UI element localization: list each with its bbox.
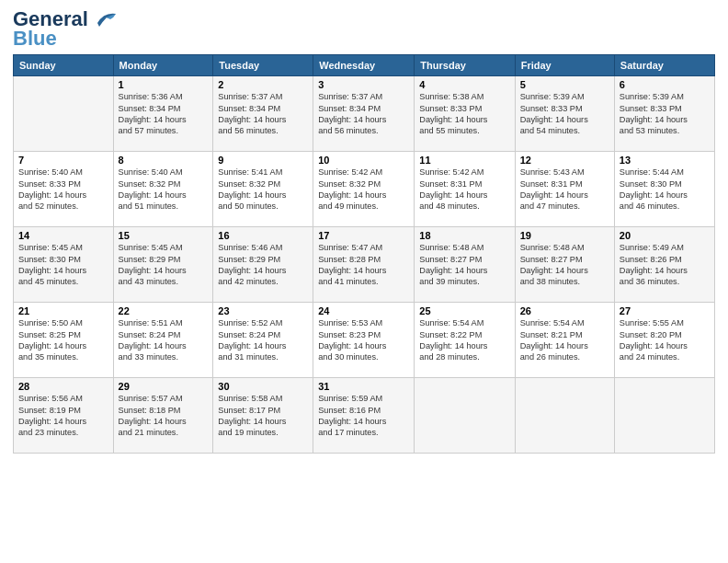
day-info: Sunrise: 5:37 AM Sunset: 8:34 PM Dayligh…: [218, 91, 308, 137]
day-info: Sunrise: 5:45 AM Sunset: 8:30 PM Dayligh…: [18, 242, 108, 288]
weekday-header-sunday: Sunday: [14, 55, 114, 76]
day-number: 2: [218, 79, 308, 90]
calendar-cell: 31Sunrise: 5:59 AM Sunset: 8:16 PM Dayli…: [313, 378, 415, 454]
calendar-cell: 30Sunrise: 5:58 AM Sunset: 8:17 PM Dayli…: [213, 378, 313, 454]
day-info: Sunrise: 5:40 AM Sunset: 8:33 PM Dayligh…: [18, 167, 108, 213]
day-info: Sunrise: 5:39 AM Sunset: 8:33 PM Dayligh…: [620, 91, 710, 137]
calendar-cell: 12Sunrise: 5:43 AM Sunset: 8:31 PM Dayli…: [515, 152, 614, 227]
day-info: Sunrise: 5:58 AM Sunset: 8:17 PM Dayligh…: [218, 393, 308, 439]
calendar-table: SundayMondayTuesdayWednesdayThursdayFrid…: [13, 54, 715, 454]
weekday-header-tuesday: Tuesday: [213, 55, 313, 76]
day-info: Sunrise: 5:54 AM Sunset: 8:22 PM Dayligh…: [419, 317, 509, 363]
calendar-cell: 29Sunrise: 5:57 AM Sunset: 8:18 PM Dayli…: [113, 378, 213, 454]
day-number: 17: [318, 230, 409, 241]
calendar-cell: [14, 76, 114, 152]
calendar-cell: 28Sunrise: 5:56 AM Sunset: 8:19 PM Dayli…: [14, 378, 114, 454]
calendar-cell: 4Sunrise: 5:38 AM Sunset: 8:33 PM Daylig…: [415, 76, 515, 152]
weekday-header-thursday: Thursday: [415, 55, 515, 76]
calendar-cell: 9Sunrise: 5:41 AM Sunset: 8:32 PM Daylig…: [213, 152, 313, 227]
week-row-4: 28Sunrise: 5:56 AM Sunset: 8:19 PM Dayli…: [14, 378, 715, 454]
day-number: 15: [119, 230, 209, 241]
day-info: Sunrise: 5:46 AM Sunset: 8:29 PM Dayligh…: [218, 242, 308, 288]
day-number: 29: [119, 381, 209, 392]
day-info: Sunrise: 5:42 AM Sunset: 8:32 PM Dayligh…: [318, 167, 409, 213]
day-info: Sunrise: 5:56 AM Sunset: 8:19 PM Dayligh…: [18, 393, 108, 439]
logo: General Blue: [13, 9, 118, 49]
day-number: 18: [419, 230, 509, 241]
day-info: Sunrise: 5:44 AM Sunset: 8:30 PM Dayligh…: [620, 167, 710, 213]
day-number: 31: [318, 381, 409, 392]
calendar-cell: 7Sunrise: 5:40 AM Sunset: 8:33 PM Daylig…: [14, 152, 114, 227]
weekday-header-row: SundayMondayTuesdayWednesdayThursdayFrid…: [14, 55, 715, 76]
day-number: 5: [520, 79, 609, 90]
header: General Blue: [13, 9, 715, 49]
weekday-header-saturday: Saturday: [614, 55, 714, 76]
calendar-cell: 2Sunrise: 5:37 AM Sunset: 8:34 PM Daylig…: [213, 76, 313, 152]
calendar-cell: 17Sunrise: 5:47 AM Sunset: 8:28 PM Dayli…: [313, 227, 415, 303]
day-info: Sunrise: 5:39 AM Sunset: 8:33 PM Dayligh…: [520, 91, 609, 137]
day-info: Sunrise: 5:54 AM Sunset: 8:21 PM Dayligh…: [520, 317, 609, 363]
day-info: Sunrise: 5:48 AM Sunset: 8:27 PM Dayligh…: [520, 242, 609, 288]
calendar-cell: 10Sunrise: 5:42 AM Sunset: 8:32 PM Dayli…: [313, 152, 415, 227]
day-number: 4: [419, 79, 509, 90]
day-info: Sunrise: 5:42 AM Sunset: 8:31 PM Dayligh…: [419, 167, 509, 213]
day-number: 1: [119, 79, 209, 90]
day-info: Sunrise: 5:47 AM Sunset: 8:28 PM Dayligh…: [318, 242, 409, 288]
day-number: 9: [218, 155, 308, 166]
day-info: Sunrise: 5:53 AM Sunset: 8:23 PM Dayligh…: [318, 317, 409, 363]
day-number: 13: [620, 155, 710, 166]
day-info: Sunrise: 5:41 AM Sunset: 8:32 PM Dayligh…: [218, 167, 308, 213]
day-info: Sunrise: 5:59 AM Sunset: 8:16 PM Dayligh…: [318, 393, 409, 439]
day-number: 27: [620, 305, 710, 316]
day-number: 24: [318, 305, 409, 316]
day-number: 11: [419, 155, 509, 166]
day-number: 30: [218, 381, 308, 392]
calendar-cell: [415, 378, 515, 454]
day-number: 28: [18, 381, 108, 392]
calendar-cell: 1Sunrise: 5:36 AM Sunset: 8:34 PM Daylig…: [113, 76, 213, 152]
day-info: Sunrise: 5:49 AM Sunset: 8:26 PM Dayligh…: [620, 242, 710, 288]
weekday-header-friday: Friday: [515, 55, 614, 76]
calendar-cell: 27Sunrise: 5:55 AM Sunset: 8:20 PM Dayli…: [614, 303, 714, 378]
calendar-cell: 8Sunrise: 5:40 AM Sunset: 8:32 PM Daylig…: [113, 152, 213, 227]
day-info: Sunrise: 5:52 AM Sunset: 8:24 PM Dayligh…: [218, 317, 308, 363]
day-info: Sunrise: 5:48 AM Sunset: 8:27 PM Dayligh…: [419, 242, 509, 288]
day-info: Sunrise: 5:36 AM Sunset: 8:34 PM Dayligh…: [119, 91, 209, 137]
calendar-cell: 13Sunrise: 5:44 AM Sunset: 8:30 PM Dayli…: [614, 152, 714, 227]
calendar-cell: 3Sunrise: 5:37 AM Sunset: 8:34 PM Daylig…: [313, 76, 415, 152]
calendar-cell: 15Sunrise: 5:45 AM Sunset: 8:29 PM Dayli…: [113, 227, 213, 303]
calendar-cell: 6Sunrise: 5:39 AM Sunset: 8:33 PM Daylig…: [614, 76, 714, 152]
calendar-cell: 20Sunrise: 5:49 AM Sunset: 8:26 PM Dayli…: [614, 227, 714, 303]
day-info: Sunrise: 5:55 AM Sunset: 8:20 PM Dayligh…: [620, 317, 710, 363]
page-container: General Blue SundayMondayTuesdayWednesda…: [0, 0, 728, 463]
week-row-1: 7Sunrise: 5:40 AM Sunset: 8:33 PM Daylig…: [14, 152, 715, 227]
day-info: Sunrise: 5:50 AM Sunset: 8:25 PM Dayligh…: [18, 317, 108, 363]
day-info: Sunrise: 5:38 AM Sunset: 8:33 PM Dayligh…: [419, 91, 509, 137]
calendar-cell: 14Sunrise: 5:45 AM Sunset: 8:30 PM Dayli…: [14, 227, 114, 303]
day-number: 20: [620, 230, 710, 241]
calendar-cell: 19Sunrise: 5:48 AM Sunset: 8:27 PM Dayli…: [515, 227, 614, 303]
day-number: 6: [620, 79, 710, 90]
day-number: 10: [318, 155, 409, 166]
day-info: Sunrise: 5:57 AM Sunset: 8:18 PM Dayligh…: [119, 393, 209, 439]
day-number: 22: [119, 305, 209, 316]
day-number: 16: [218, 230, 308, 241]
day-number: 12: [520, 155, 609, 166]
week-row-0: 1Sunrise: 5:36 AM Sunset: 8:34 PM Daylig…: [14, 76, 715, 152]
calendar-cell: [515, 378, 614, 454]
calendar-cell: 23Sunrise: 5:52 AM Sunset: 8:24 PM Dayli…: [213, 303, 313, 378]
day-number: 3: [318, 79, 409, 90]
calendar-cell: 11Sunrise: 5:42 AM Sunset: 8:31 PM Dayli…: [415, 152, 515, 227]
day-number: 7: [18, 155, 108, 166]
day-number: 8: [119, 155, 209, 166]
calendar-cell: 24Sunrise: 5:53 AM Sunset: 8:23 PM Dayli…: [313, 303, 415, 378]
day-info: Sunrise: 5:51 AM Sunset: 8:24 PM Dayligh…: [119, 317, 209, 363]
calendar-cell: 21Sunrise: 5:50 AM Sunset: 8:25 PM Dayli…: [14, 303, 114, 378]
calendar-cell: 16Sunrise: 5:46 AM Sunset: 8:29 PM Dayli…: [213, 227, 313, 303]
day-number: 26: [520, 305, 609, 316]
week-row-2: 14Sunrise: 5:45 AM Sunset: 8:30 PM Dayli…: [14, 227, 715, 303]
day-info: Sunrise: 5:40 AM Sunset: 8:32 PM Dayligh…: [119, 167, 209, 213]
calendar-cell: 18Sunrise: 5:48 AM Sunset: 8:27 PM Dayli…: [415, 227, 515, 303]
day-number: 19: [520, 230, 609, 241]
calendar-cell: 26Sunrise: 5:54 AM Sunset: 8:21 PM Dayli…: [515, 303, 614, 378]
